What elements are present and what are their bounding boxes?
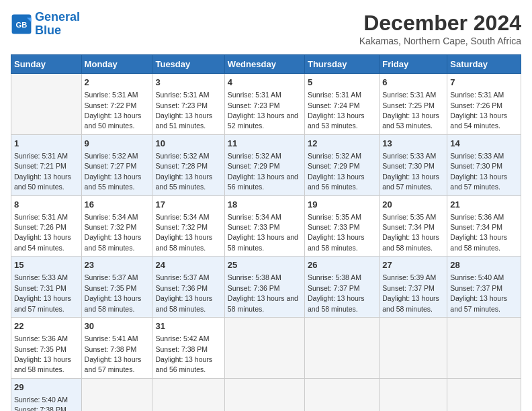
day-number: 2 [85, 77, 150, 89]
day-info: Sunrise: 5:33 AMSunset: 7:31 PMDaylight:… [14, 273, 71, 312]
calendar-cell-sunday: 1Sunrise: 5:31 AMSunset: 7:21 PMDaylight… [11, 134, 82, 195]
day-info: Sunrise: 5:31 AMSunset: 7:24 PMDaylight:… [308, 91, 365, 130]
calendar-cell-monday: 9Sunrise: 5:32 AMSunset: 7:27 PMDaylight… [81, 134, 152, 195]
calendar-cell-thursday [304, 318, 379, 379]
calendar-cell-thursday: 26Sunrise: 5:38 AMSunset: 7:37 PMDayligh… [304, 257, 379, 318]
calendar-cell-sunday: 15Sunrise: 5:33 AMSunset: 7:31 PMDayligh… [11, 257, 82, 318]
calendar-week-1: 2Sunrise: 5:31 AMSunset: 7:22 PMDaylight… [11, 74, 521, 135]
calendar-week-4: 15Sunrise: 5:33 AMSunset: 7:31 PMDayligh… [11, 257, 521, 318]
calendar-cell-tuesday: 10Sunrise: 5:32 AMSunset: 7:28 PMDayligh… [152, 134, 224, 195]
day-number: 13 [382, 138, 444, 150]
calendar-cell-wednesday: 18Sunrise: 5:34 AMSunset: 7:33 PMDayligh… [224, 195, 304, 257]
day-number: 6 [382, 77, 444, 89]
day-info: Sunrise: 5:31 AMSunset: 7:26 PMDaylight:… [14, 213, 71, 252]
day-number: 28 [450, 259, 518, 271]
day-info: Sunrise: 5:40 AMSunset: 7:38 PMDaylight:… [14, 396, 71, 411]
day-number: 23 [85, 259, 150, 271]
day-info: Sunrise: 5:41 AMSunset: 7:38 PMDaylight:… [85, 334, 142, 373]
day-info: Sunrise: 5:35 AMSunset: 7:34 PMDaylight:… [382, 213, 439, 252]
day-info: Sunrise: 5:40 AMSunset: 7:37 PMDaylight:… [450, 273, 507, 312]
header-monday: Monday [81, 55, 152, 74]
day-number: 1 [14, 138, 79, 150]
header-saturday: Saturday [447, 55, 521, 74]
calendar-cell-thursday [304, 378, 379, 411]
day-number: 27 [382, 259, 444, 271]
day-number: 7 [450, 77, 518, 89]
day-number: 9 [85, 138, 150, 150]
calendar-cell-saturday: 21Sunrise: 5:36 AMSunset: 7:34 PMDayligh… [447, 195, 521, 257]
day-number: 3 [155, 77, 221, 89]
calendar-cell-thursday: 19Sunrise: 5:35 AMSunset: 7:33 PMDayligh… [304, 195, 379, 257]
day-number: 31 [155, 320, 221, 332]
day-number: 11 [228, 138, 302, 150]
calendar-cell-saturday: 28Sunrise: 5:40 AMSunset: 7:37 PMDayligh… [447, 257, 521, 318]
day-number: 12 [308, 138, 376, 150]
calendar-cell-thursday: 12Sunrise: 5:32 AMSunset: 7:29 PMDayligh… [304, 134, 379, 195]
day-number: 30 [85, 320, 150, 332]
day-info: Sunrise: 5:39 AMSunset: 7:37 PMDaylight:… [382, 273, 439, 312]
calendar-cell-monday [81, 378, 152, 411]
calendar-week-6: 29Sunrise: 5:40 AMSunset: 7:38 PMDayligh… [11, 378, 521, 411]
calendar-cell-monday: 30Sunrise: 5:41 AMSunset: 7:38 PMDayligh… [81, 318, 152, 379]
day-number: 17 [155, 199, 221, 211]
day-info: Sunrise: 5:33 AMSunset: 7:30 PMDaylight:… [450, 152, 507, 191]
day-info: Sunrise: 5:37 AMSunset: 7:35 PMDaylight:… [85, 273, 142, 312]
calendar-cell-sunday: 22Sunrise: 5:36 AMSunset: 7:35 PMDayligh… [11, 318, 82, 379]
calendar-cell-tuesday: 17Sunrise: 5:34 AMSunset: 7:32 PMDayligh… [152, 195, 224, 257]
day-number: 4 [228, 77, 302, 89]
day-number: 24 [155, 259, 221, 271]
day-info: Sunrise: 5:32 AMSunset: 7:27 PMDaylight:… [85, 152, 142, 191]
calendar-cell-friday: 6Sunrise: 5:31 AMSunset: 7:25 PMDaylight… [380, 74, 447, 135]
calendar-cell-wednesday [224, 318, 304, 379]
day-info: Sunrise: 5:37 AMSunset: 7:36 PMDaylight:… [155, 273, 212, 312]
day-info: Sunrise: 5:32 AMSunset: 7:29 PMDaylight:… [228, 152, 298, 191]
day-info: Sunrise: 5:42 AMSunset: 7:38 PMDaylight:… [155, 334, 212, 373]
calendar-cell-saturday [447, 318, 521, 379]
calendar-cell-monday: 23Sunrise: 5:37 AMSunset: 7:35 PMDayligh… [81, 257, 152, 318]
day-number: 15 [14, 259, 79, 271]
calendar-cell-friday [380, 318, 447, 379]
day-info: Sunrise: 5:35 AMSunset: 7:33 PMDaylight:… [308, 213, 365, 252]
calendar-cell-monday: 2Sunrise: 5:31 AMSunset: 7:22 PMDaylight… [81, 74, 152, 135]
header-tuesday: Tuesday [152, 55, 224, 74]
day-info: Sunrise: 5:31 AMSunset: 7:23 PMDaylight:… [228, 91, 298, 130]
header-thursday: Thursday [304, 55, 379, 74]
logo-icon: GB [11, 13, 32, 35]
day-info: Sunrise: 5:38 AMSunset: 7:37 PMDaylight:… [308, 273, 365, 312]
day-number: 25 [228, 259, 302, 271]
calendar-cell-thursday: 5Sunrise: 5:31 AMSunset: 7:24 PMDaylight… [304, 74, 379, 135]
calendar-cell-sunday: 8Sunrise: 5:31 AMSunset: 7:26 PMDaylight… [11, 195, 82, 257]
calendar-cell-monday: 16Sunrise: 5:34 AMSunset: 7:32 PMDayligh… [81, 195, 152, 257]
day-info: Sunrise: 5:33 AMSunset: 7:30 PMDaylight:… [382, 152, 439, 191]
svg-text:GB: GB [16, 21, 28, 29]
day-info: Sunrise: 5:31 AMSunset: 7:23 PMDaylight:… [155, 91, 212, 130]
calendar-cell-friday: 27Sunrise: 5:39 AMSunset: 7:37 PMDayligh… [380, 257, 447, 318]
calendar-cell-saturday: 7Sunrise: 5:31 AMSunset: 7:26 PMDaylight… [447, 74, 521, 135]
day-number: 16 [85, 199, 150, 211]
calendar-cell-friday: 20Sunrise: 5:35 AMSunset: 7:34 PMDayligh… [380, 195, 447, 257]
calendar-cell-saturday [447, 378, 521, 411]
day-info: Sunrise: 5:34 AMSunset: 7:32 PMDaylight:… [85, 213, 142, 252]
day-number: 14 [450, 138, 518, 150]
calendar-cell-tuesday: 24Sunrise: 5:37 AMSunset: 7:36 PMDayligh… [152, 257, 224, 318]
calendar-cell-tuesday: 3Sunrise: 5:31 AMSunset: 7:23 PMDaylight… [152, 74, 224, 135]
calendar-cell-friday: 13Sunrise: 5:33 AMSunset: 7:30 PMDayligh… [380, 134, 447, 195]
calendar-table: Sunday Monday Tuesday Wednesday Thursday… [11, 54, 521, 411]
day-info: Sunrise: 5:31 AMSunset: 7:21 PMDaylight:… [14, 152, 71, 191]
header-friday: Friday [380, 55, 447, 74]
calendar-cell-tuesday: 31Sunrise: 5:42 AMSunset: 7:38 PMDayligh… [152, 318, 224, 379]
header-wednesday: Wednesday [224, 55, 304, 74]
calendar-cell-wednesday: 11Sunrise: 5:32 AMSunset: 7:29 PMDayligh… [224, 134, 304, 195]
calendar-week-2: 1Sunrise: 5:31 AMSunset: 7:21 PMDaylight… [11, 134, 521, 195]
logo-text: GeneralBlue [35, 11, 80, 38]
day-info: Sunrise: 5:31 AMSunset: 7:25 PMDaylight:… [382, 91, 439, 130]
day-info: Sunrise: 5:32 AMSunset: 7:29 PMDaylight:… [308, 152, 365, 191]
day-info: Sunrise: 5:31 AMSunset: 7:22 PMDaylight:… [85, 91, 142, 130]
header-sunday: Sunday [11, 55, 82, 74]
calendar-week-3: 8Sunrise: 5:31 AMSunset: 7:26 PMDaylight… [11, 195, 521, 257]
day-info: Sunrise: 5:36 AMSunset: 7:34 PMDaylight:… [450, 213, 507, 252]
page-container: GB GeneralBlue December 2024 Kakamas, No… [11, 11, 521, 411]
calendar-cell-wednesday: 25Sunrise: 5:38 AMSunset: 7:36 PMDayligh… [224, 257, 304, 318]
day-info: Sunrise: 5:38 AMSunset: 7:36 PMDaylight:… [228, 273, 298, 312]
calendar-cell-friday [380, 378, 447, 411]
